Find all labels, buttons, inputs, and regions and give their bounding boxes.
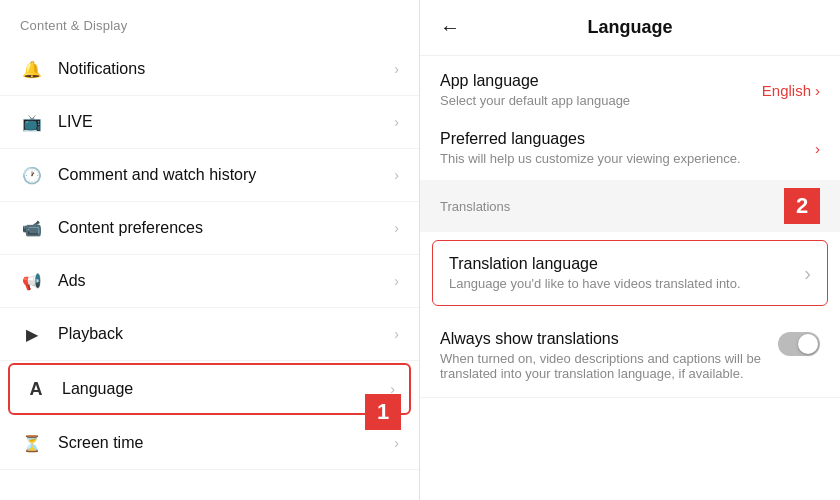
sidebar-item-language[interactable]: A Language › [8, 363, 411, 415]
sidebar-item-playback[interactable]: ▶ Playback › [0, 308, 419, 361]
live-icon: 📺 [20, 110, 44, 134]
toggle-knob [798, 334, 818, 354]
sidebar-item-ads[interactable]: 📢 Ads › [0, 255, 419, 308]
notification-icon: 🔔 [20, 57, 44, 81]
left-header: Content & Display [0, 0, 419, 43]
playback-icon: ▶ [20, 322, 44, 346]
chevron-right-icon: › [394, 114, 399, 130]
sidebar-item-notifications[interactable]: 🔔 Notifications › [0, 43, 419, 96]
preferred-languages-row[interactable]: Preferred languages This will help us cu… [420, 114, 840, 172]
app-language-subtitle: Select your default app language [440, 93, 762, 108]
app-language-title: App language [440, 72, 762, 90]
translation-language-title: Translation language [449, 255, 741, 273]
chevron-right-icon: › [804, 262, 811, 285]
screen-time-icon: ⏳ [20, 431, 44, 455]
preferred-languages-title: Preferred languages [440, 130, 815, 148]
sidebar-item-comment-watch-history[interactable]: 🕐 Comment and watch history › [0, 149, 419, 202]
always-show-translations-title: Always show translations [440, 330, 766, 348]
chevron-right-icon: › [815, 82, 820, 99]
chevron-right-icon: › [394, 326, 399, 342]
app-language-info: App language Select your default app lan… [440, 72, 762, 108]
left-panel: Content & Display 🔔 Notifications › 📺 LI… [0, 0, 420, 500]
sidebar-item-label: Comment and watch history [58, 166, 394, 184]
sidebar-item-label: Notifications [58, 60, 394, 78]
app-language-row[interactable]: App language Select your default app lan… [420, 56, 840, 114]
sidebar-item-label: Language [62, 380, 390, 398]
app-language-current: English [762, 82, 811, 99]
chevron-right-icon: › [394, 167, 399, 183]
language-icon: A [24, 377, 48, 401]
right-panel: ← Language App language Select your defa… [420, 0, 840, 500]
preferred-languages-info: Preferred languages This will help us cu… [440, 130, 815, 166]
translation-language-subtitle: Language you'd like to have videos trans… [449, 276, 741, 291]
sidebar-item-label: Ads [58, 272, 394, 290]
sidebar-item-label: LIVE [58, 113, 394, 131]
always-show-translations-info: Always show translations When turned on,… [440, 330, 778, 381]
sidebar-item-label: Screen time [58, 434, 394, 452]
page-title: Language [472, 17, 788, 38]
always-show-translations-row[interactable]: Always show translations When turned on,… [420, 314, 840, 398]
always-show-translations-subtitle: When turned on, video descriptions and c… [440, 351, 766, 381]
chevron-right-icon: › [815, 140, 820, 157]
chevron-right-icon: › [394, 220, 399, 236]
back-button[interactable]: ← [440, 16, 460, 39]
translation-language-info: Translation language Language you'd like… [449, 255, 741, 291]
preferred-languages-subtitle: This will help us customize your viewing… [440, 151, 815, 166]
always-show-translations-toggle[interactable] [778, 332, 820, 356]
sidebar-item-label: Content preferences [58, 219, 394, 237]
sidebar-item-live[interactable]: 📺 LIVE › [0, 96, 419, 149]
history-icon: 🕐 [20, 163, 44, 187]
app-language-value: English › [762, 82, 820, 99]
annotation-1: 1 [365, 394, 401, 430]
chevron-right-icon: › [394, 435, 399, 451]
chevron-right-icon: › [394, 273, 399, 289]
right-content: App language Select your default app lan… [420, 56, 840, 500]
content-preferences-icon: 📹 [20, 216, 44, 240]
sidebar-item-content-preferences[interactable]: 📹 Content preferences › [0, 202, 419, 255]
sidebar-item-screen-time[interactable]: ⏳ Screen time › [0, 417, 419, 470]
translations-divider: Translations 2 [420, 180, 840, 232]
always-show-translations-row-inner: Always show translations When turned on,… [440, 330, 820, 381]
chevron-right-icon: › [394, 61, 399, 77]
ads-icon: 📢 [20, 269, 44, 293]
annotation-2: 2 [784, 188, 820, 224]
preferred-languages-chevron: › [815, 140, 820, 157]
translations-label: Translations [440, 199, 510, 214]
translation-language-row[interactable]: Translation language Language you'd like… [432, 240, 828, 306]
right-header: ← Language [420, 0, 840, 56]
sidebar-item-label: Playback [58, 325, 394, 343]
